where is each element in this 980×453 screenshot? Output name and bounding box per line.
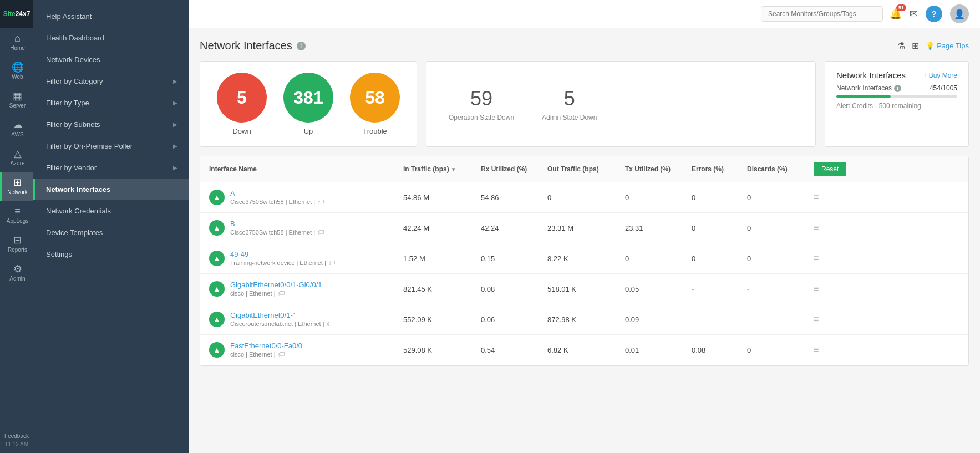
sidebar-item-azure[interactable]: △ Azure xyxy=(0,143,33,172)
top-bar: 🔔 51 ✉ ? 👤 xyxy=(189,0,980,28)
sidebar-item-network[interactable]: ⊞ Network xyxy=(0,172,33,201)
th-interface-name: Interface Name xyxy=(209,165,403,173)
row-menu-icon[interactable]: ≡ xyxy=(814,192,841,202)
sidebar-item-server[interactable]: ▦ Server xyxy=(0,85,33,114)
nav-filter-type[interactable]: Filter by Type ▶ xyxy=(33,92,189,114)
stat-down: 5 Down xyxy=(217,73,267,135)
table-row: ▲ GigabitEthernet0/0/1-Gi0/0/1 cisco | E… xyxy=(200,274,968,304)
sidebar-icons: Site24x7 ⌂ Home 🌐 Web ▦ Server ☁ AWS △ A… xyxy=(0,0,33,453)
tag-icon[interactable]: 🏷 xyxy=(317,228,324,236)
notification-button[interactable]: 🔔 51 xyxy=(890,8,902,20)
tx-cell: 0 xyxy=(625,255,692,263)
sidebar-item-web[interactable]: 🌐 Web xyxy=(0,57,33,85)
sidebar-item-admin[interactable]: ⚙ Admin xyxy=(0,258,33,287)
sidebar-item-label: Azure xyxy=(10,160,24,166)
table-header: Interface Name In Traffic (bps) ▼ Rx Uti… xyxy=(200,156,968,182)
interface-link[interactable]: FastEthernet0/0-Fa0/0 xyxy=(230,342,302,350)
page-title-row: Network Interfaces i xyxy=(200,39,306,52)
tag-icon[interactable]: 🏷 xyxy=(328,259,335,267)
tx-cell: 0.05 xyxy=(625,285,692,293)
interface-meta: Cisco3750Switch58 | Ethernet | 🏷 xyxy=(230,228,324,236)
notification-badge: 51 xyxy=(896,4,906,11)
lightbulb-icon: 💡 xyxy=(926,42,935,50)
stat-trouble: 58 Trouble xyxy=(350,73,400,135)
interface-name-cell: ▲ 49-49 Training-network device | Ethern… xyxy=(209,250,403,267)
discards-cell: - xyxy=(747,285,814,293)
discards-cell: 0 xyxy=(747,224,814,232)
feedback-label[interactable]: Feedback 11:12 AM xyxy=(2,430,32,453)
avatar[interactable]: 👤 xyxy=(950,4,969,23)
nav-menu: Help Assistant Health Dashboard Network … xyxy=(33,0,189,453)
sidebar-item-aws[interactable]: ☁ AWS xyxy=(0,114,33,143)
interface-link[interactable]: GigabitEthernet0/1-" xyxy=(230,311,333,319)
table-row: ▲ FastEthernet0/0-Fa0/0 cisco | Ethernet… xyxy=(200,335,968,365)
nav-network-devices[interactable]: Network Devices xyxy=(33,49,189,70)
credits-info-icon[interactable]: i xyxy=(894,85,901,92)
rx-cell: 42.24 xyxy=(481,224,547,232)
interface-link[interactable]: 49-49 xyxy=(230,250,335,258)
interface-meta: cisco | Ethernet | 🏷 xyxy=(230,289,322,297)
nav-network-interfaces[interactable]: Network Interfaces xyxy=(33,179,189,200)
row-menu-icon[interactable]: ≡ xyxy=(814,284,841,294)
errors-cell: - xyxy=(692,285,747,293)
interface-link[interactable]: A xyxy=(230,189,324,197)
interface-meta: cisco | Ethernet | 🏷 xyxy=(230,350,302,358)
filter-icon[interactable]: ⚗ xyxy=(897,40,905,51)
reports-icon: ⊟ xyxy=(13,235,22,245)
row-menu-icon[interactable]: ≡ xyxy=(814,253,841,263)
th-rx-utilized: Rx Utilized (%) xyxy=(481,165,547,173)
grid-icon[interactable]: ⊞ xyxy=(912,40,919,51)
page-info-icon[interactable]: i xyxy=(297,42,306,50)
th-out-traffic: Out Traffic (bps) xyxy=(547,165,625,173)
row-menu-icon[interactable]: ≡ xyxy=(814,223,841,233)
th-in-traffic[interactable]: In Traffic (bps) ▼ xyxy=(403,165,481,173)
nav-filter-category[interactable]: Filter by Category ▶ xyxy=(33,70,189,92)
down-circle: 5 xyxy=(217,73,267,123)
errors-cell: 0.08 xyxy=(692,346,747,354)
row-menu-icon[interactable]: ≡ xyxy=(814,314,841,324)
interface-meta: Ciscorouters.melab.net | Ethernet | 🏷 xyxy=(230,320,333,328)
sidebar-item-home[interactable]: ⌂ Home xyxy=(0,28,33,57)
nav-health-dashboard[interactable]: Health Dashboard xyxy=(33,27,189,49)
page-tips-button[interactable]: 💡 Page Tips xyxy=(926,42,969,50)
buy-more-link[interactable]: + Buy More xyxy=(923,72,957,79)
nav-settings[interactable]: Settings xyxy=(33,243,189,265)
discards-cell: 0 xyxy=(747,255,814,263)
errors-cell: 0 xyxy=(692,224,747,232)
sort-down-icon: ▼ xyxy=(451,166,456,172)
interface-meta: Training-network device | Ethernet | 🏷 xyxy=(230,259,335,267)
tag-icon[interactable]: 🏷 xyxy=(317,198,324,206)
network-icon: ⊞ xyxy=(13,177,22,187)
row-menu-icon[interactable]: ≡ xyxy=(814,345,841,355)
nav-device-templates[interactable]: Device Templates xyxy=(33,222,189,243)
table-row: ▲ GigabitEthernet0/1-" Ciscorouters.mela… xyxy=(200,304,968,335)
nav-filter-vendor[interactable]: Filter by Vendor ▶ xyxy=(33,157,189,179)
out-traffic-cell: 0 xyxy=(547,194,625,202)
errors-cell: 0 xyxy=(692,255,747,263)
chevron-right-icon: ▶ xyxy=(173,121,177,128)
tag-icon[interactable]: 🏷 xyxy=(278,289,285,297)
help-button[interactable]: ? xyxy=(926,6,942,22)
nav-filter-poller[interactable]: Filter by On-Premise Poller ▶ xyxy=(33,135,189,157)
rx-cell: 0.06 xyxy=(481,315,547,324)
status-up-icon: ▲ xyxy=(209,342,225,358)
in-traffic-cell: 552.09 K xyxy=(403,315,481,324)
status-up-icon: ▲ xyxy=(209,190,225,205)
th-errors: Errors (%) xyxy=(692,165,747,173)
out-traffic-cell: 518.01 K xyxy=(547,285,625,293)
nav-filter-subnets[interactable]: Filter by Subnets ▶ xyxy=(33,114,189,135)
tag-icon[interactable]: 🏷 xyxy=(278,350,285,358)
sidebar-item-applogs[interactable]: ≡ AppLogs xyxy=(0,201,33,230)
page-title: Network Interfaces xyxy=(200,39,292,52)
interface-link[interactable]: GigabitEthernet0/0/1-Gi0/0/1 xyxy=(230,281,322,289)
out-traffic-cell: 23.31 M xyxy=(547,224,625,232)
mail-button[interactable]: ✉ xyxy=(910,8,918,20)
nav-network-credentials[interactable]: Network Credentials xyxy=(33,200,189,222)
status-up-icon: ▲ xyxy=(209,220,225,236)
reset-button[interactable]: Reset xyxy=(814,162,846,176)
interface-link[interactable]: B xyxy=(230,220,324,228)
tag-icon[interactable]: 🏷 xyxy=(327,320,333,328)
nav-help-assistant[interactable]: Help Assistant xyxy=(33,6,189,27)
sidebar-item-reports[interactable]: ⊟ Reports xyxy=(0,230,33,258)
search-input[interactable] xyxy=(761,6,883,22)
